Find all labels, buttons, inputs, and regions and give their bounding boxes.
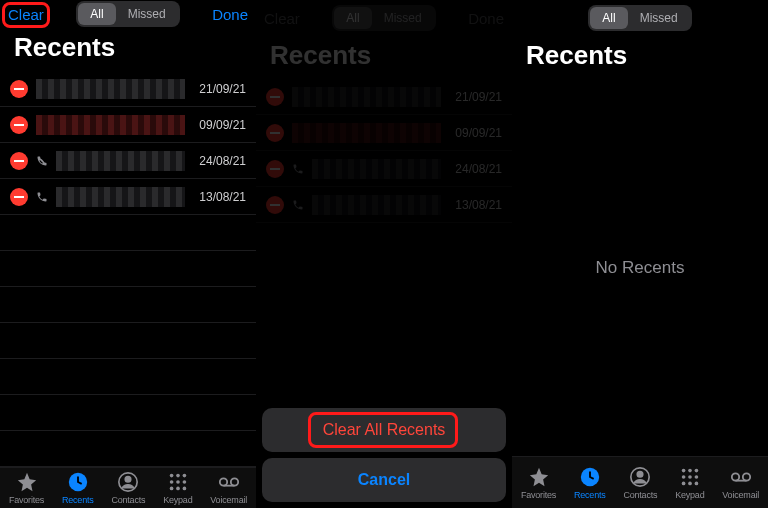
empty-list-row	[0, 251, 256, 287]
svg-point-28	[743, 473, 750, 480]
svg-point-22	[688, 475, 692, 479]
tab-label: Keypad	[675, 490, 704, 500]
done-button[interactable]: Done	[192, 6, 248, 23]
page-title: Recents	[512, 36, 768, 79]
top-bar: All Missed	[512, 0, 768, 36]
svg-point-26	[694, 481, 698, 485]
tab-voicemail[interactable]: Voicemail	[210, 471, 247, 505]
svg-point-8	[182, 480, 186, 484]
svg-point-5	[182, 474, 186, 478]
tab-label: Keypad	[163, 495, 192, 505]
person-circle-icon	[629, 466, 651, 488]
action-sheet: Clear All Recents Cancel	[262, 408, 506, 502]
delete-icon	[266, 88, 284, 106]
star-icon	[16, 471, 38, 493]
tab-favorites[interactable]: Favorites	[9, 471, 44, 505]
seg-missed[interactable]: Missed	[628, 7, 690, 29]
top-bar: Clear All Missed Done	[0, 0, 256, 28]
tab-contacts[interactable]: Contacts	[111, 471, 145, 505]
outgoing-call-icon	[36, 155, 48, 167]
keypad-icon	[679, 466, 701, 488]
clear-button[interactable]: Clear	[8, 6, 64, 23]
svg-point-13	[231, 478, 238, 485]
tab-contacts[interactable]: Contacts	[623, 466, 657, 500]
seg-all[interactable]: All	[78, 3, 115, 25]
clock-icon	[67, 471, 89, 493]
top-bar: Clear All Missed Done	[256, 0, 512, 36]
voicemail-icon	[730, 466, 752, 488]
empty-list-row	[0, 359, 256, 395]
caller-redacted	[56, 187, 185, 207]
seg-all: All	[334, 7, 371, 29]
no-recents-label: No Recents	[512, 79, 768, 456]
delete-icon[interactable]	[10, 188, 28, 206]
svg-point-10	[176, 487, 180, 491]
svg-point-18	[682, 468, 686, 472]
empty-list-row	[0, 431, 256, 467]
call-row: 21/09/21	[256, 79, 512, 115]
clear-all-recents-button[interactable]: Clear All Recents	[262, 408, 506, 452]
screen-action-sheet: Clear All Missed Done Recents 21/09/21 0…	[256, 0, 512, 508]
tab-label: Voicemail	[210, 495, 247, 505]
svg-point-19	[688, 468, 692, 472]
outgoing-call-icon	[292, 163, 304, 175]
tab-bar: Favorites Recents Contacts Keypad Voicem…	[0, 467, 256, 508]
call-row: 09/09/21	[256, 115, 512, 151]
call-row[interactable]: 09/09/21	[0, 107, 256, 143]
tab-keypad[interactable]: Keypad	[163, 471, 192, 505]
tab-favorites[interactable]: Favorites	[521, 466, 556, 500]
tab-label: Contacts	[111, 495, 145, 505]
svg-point-21	[682, 475, 686, 479]
call-date: 13/08/21	[455, 198, 502, 212]
svg-point-24	[682, 481, 686, 485]
empty-list-row	[0, 323, 256, 359]
segmented-control[interactable]: All Missed	[588, 5, 691, 31]
seg-missed[interactable]: Missed	[116, 3, 178, 25]
tab-label: Favorites	[9, 495, 44, 505]
tab-recents[interactable]: Recents	[62, 471, 94, 505]
call-row: 13/08/21	[256, 187, 512, 223]
svg-point-3	[170, 474, 174, 478]
tab-label: Favorites	[521, 490, 556, 500]
caller-redacted	[36, 79, 185, 99]
empty-list-row	[0, 215, 256, 251]
call-row[interactable]: 13/08/21	[0, 179, 256, 215]
tab-keypad[interactable]: Keypad	[675, 466, 704, 500]
delete-icon[interactable]	[10, 116, 28, 134]
delete-icon	[266, 196, 284, 214]
empty-list-row	[0, 287, 256, 323]
tab-recents[interactable]: Recents	[574, 466, 606, 500]
empty-list-row	[0, 395, 256, 431]
svg-point-2	[126, 477, 132, 483]
svg-point-9	[170, 487, 174, 491]
page-title: Recents	[256, 36, 512, 79]
voicemail-icon	[218, 471, 240, 493]
delete-icon	[266, 124, 284, 142]
tab-voicemail[interactable]: Voicemail	[722, 466, 759, 500]
call-date: 09/09/21	[199, 118, 246, 132]
call-row[interactable]: 24/08/21	[0, 143, 256, 179]
call-row[interactable]: 21/09/21	[0, 71, 256, 107]
cancel-button[interactable]: Cancel	[262, 458, 506, 502]
caller-redacted	[312, 195, 441, 215]
tab-label: Voicemail	[722, 490, 759, 500]
tab-bar: Favorites Recents Contacts Keypad Voicem…	[512, 456, 768, 508]
tab-label: Contacts	[623, 490, 657, 500]
delete-icon[interactable]	[10, 80, 28, 98]
seg-all[interactable]: All	[590, 7, 627, 29]
call-row: 24/08/21	[256, 151, 512, 187]
delete-icon	[266, 160, 284, 178]
page-title: Recents	[0, 28, 256, 71]
tab-label: Recents	[62, 495, 94, 505]
keypad-icon	[167, 471, 189, 493]
call-date: 21/09/21	[199, 82, 246, 96]
call-date: 13/08/21	[199, 190, 246, 204]
clock-icon	[579, 466, 601, 488]
seg-missed: Missed	[372, 7, 434, 29]
caller-redacted	[36, 115, 185, 135]
segmented-control[interactable]: All Missed	[76, 1, 179, 27]
delete-icon[interactable]	[10, 152, 28, 170]
svg-point-4	[176, 474, 180, 478]
svg-point-25	[688, 481, 692, 485]
caller-redacted	[292, 123, 441, 143]
